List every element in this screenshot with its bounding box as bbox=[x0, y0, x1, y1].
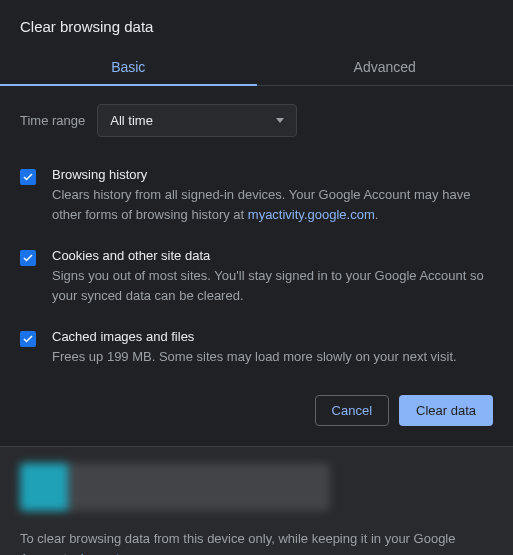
account-info bbox=[68, 463, 330, 511]
dialog-buttons: Cancel Clear data bbox=[20, 379, 493, 446]
option-title: Browsing history bbox=[52, 167, 493, 182]
check-icon bbox=[22, 252, 34, 264]
check-icon bbox=[22, 333, 34, 345]
cancel-button[interactable]: Cancel bbox=[315, 395, 389, 426]
time-range-select[interactable]: All time bbox=[97, 104, 297, 137]
account-footer: To clear browsing data from this device … bbox=[0, 446, 513, 556]
check-icon bbox=[22, 171, 34, 183]
tab-advanced[interactable]: Advanced bbox=[257, 49, 514, 85]
myactivity-link[interactable]: myactivity.google.com bbox=[248, 207, 375, 222]
option-cookies: Cookies and other site data Signs you ou… bbox=[20, 236, 493, 317]
chevron-down-icon bbox=[276, 118, 284, 123]
footer-text: To clear browsing data from this device … bbox=[20, 529, 493, 556]
clear-data-button[interactable]: Clear data bbox=[399, 395, 493, 426]
tab-basic[interactable]: Basic bbox=[0, 49, 257, 85]
tab-bar: Basic Advanced bbox=[0, 49, 513, 86]
dialog-title: Clear browsing data bbox=[20, 18, 493, 35]
time-range-label: Time range bbox=[20, 113, 85, 128]
option-desc: Signs you out of most sites. You'll stay… bbox=[52, 266, 493, 305]
avatar bbox=[20, 463, 68, 511]
checkbox-cache[interactable] bbox=[20, 331, 36, 347]
option-title: Cached images and files bbox=[52, 329, 493, 344]
clear-browsing-data-dialog: Clear browsing data Basic Advanced Time … bbox=[0, 0, 513, 446]
time-range-value: All time bbox=[110, 113, 153, 128]
option-cache: Cached images and files Frees up 199 MB.… bbox=[20, 317, 493, 379]
sign-out-link[interactable]: sign out bbox=[74, 551, 120, 555]
time-range-row: Time range All time bbox=[20, 104, 493, 137]
option-title: Cookies and other site data bbox=[52, 248, 493, 263]
option-browsing-history: Browsing history Clears history from all… bbox=[20, 155, 493, 236]
option-desc: Clears history from all signed-in device… bbox=[52, 185, 493, 224]
checkbox-cookies[interactable] bbox=[20, 250, 36, 266]
account-chip[interactable] bbox=[20, 463, 330, 511]
checkbox-browsing-history[interactable] bbox=[20, 169, 36, 185]
option-desc: Frees up 199 MB. Some sites may load mor… bbox=[52, 347, 493, 367]
options-list: Browsing history Clears history from all… bbox=[20, 145, 493, 379]
